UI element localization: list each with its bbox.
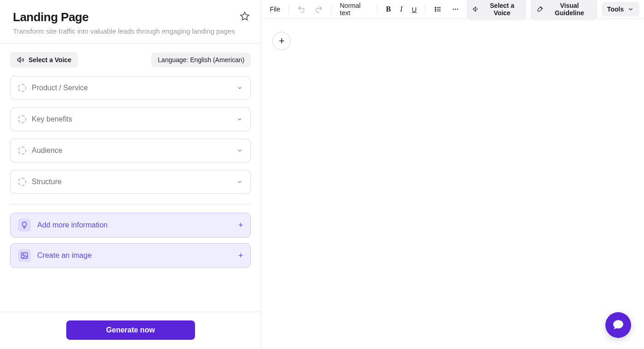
- chevron-down-icon: [236, 116, 243, 122]
- dashed-circle-icon: [18, 84, 26, 92]
- file-menu[interactable]: File: [266, 3, 284, 16]
- undo-button[interactable]: [293, 2, 309, 16]
- dashed-circle-icon: [18, 146, 26, 155]
- tools-dropdown[interactable]: Tools: [602, 2, 639, 17]
- plus-icon: +: [238, 221, 243, 230]
- image-icon: [18, 249, 31, 262]
- guideline-label: Visual Guideline: [547, 2, 592, 17]
- brush-icon: [536, 5, 544, 13]
- language-pill[interactable]: Language: English (American): [151, 52, 251, 67]
- config-panel: Landing Page Transform site traffic into…: [0, 0, 261, 349]
- svg-point-3: [435, 7, 436, 8]
- italic-button[interactable]: I: [397, 2, 406, 16]
- select-voice-button[interactable]: Select a Voice: [10, 52, 78, 68]
- field-label: Product / Service: [32, 84, 88, 92]
- chevron-down-icon: [236, 179, 243, 185]
- separator: [377, 4, 378, 14]
- separator: [425, 4, 426, 14]
- addon-label: Add more information: [37, 221, 108, 229]
- field-audience[interactable]: Audience: [10, 139, 251, 163]
- list-icon: [434, 5, 442, 13]
- more-icon: [451, 5, 460, 13]
- generate-button[interactable]: Generate now: [66, 320, 195, 340]
- field-label: Key benefits: [32, 115, 72, 123]
- redo-button[interactable]: [311, 2, 327, 16]
- field-structure[interactable]: Structure: [10, 170, 251, 194]
- lightbulb-icon: [18, 219, 31, 232]
- separator: [288, 4, 289, 14]
- separator: [331, 4, 332, 14]
- field-label: Structure: [32, 178, 62, 186]
- field-label: Audience: [32, 146, 63, 155]
- svg-marker-0: [241, 12, 249, 20]
- text-style-dropdown[interactable]: Normal text: [336, 0, 373, 19]
- italic-icon: I: [400, 5, 402, 13]
- redo-icon: [315, 5, 323, 13]
- chevron-down-icon: [236, 85, 243, 91]
- file-label: File: [270, 6, 280, 13]
- editor-canvas[interactable]: +: [261, 19, 644, 349]
- svg-point-9: [453, 9, 454, 10]
- field-key-benefits[interactable]: Key benefits: [10, 107, 251, 131]
- editor-panel: File Normal text B I U: [261, 0, 644, 349]
- bold-button[interactable]: B: [382, 2, 395, 16]
- select-voice-label: Select a Voice: [29, 56, 71, 64]
- chat-icon: [612, 319, 624, 332]
- page-title: Landing Page: [13, 10, 88, 24]
- language-label: Language: English (American): [158, 56, 244, 64]
- underline-icon: U: [412, 6, 417, 13]
- list-button[interactable]: [430, 2, 446, 16]
- dashed-circle-icon: [18, 178, 26, 186]
- plus-icon: +: [279, 35, 285, 47]
- dashed-circle-icon: [18, 115, 26, 123]
- svg-rect-1: [21, 253, 28, 258]
- add-block-button[interactable]: +: [272, 32, 291, 50]
- svg-point-2: [23, 254, 24, 256]
- star-icon[interactable]: [240, 11, 250, 21]
- addon-label: Create an image: [37, 251, 92, 260]
- undo-icon: [297, 5, 305, 13]
- underline-button[interactable]: U: [408, 3, 420, 16]
- tools-label: Tools: [607, 6, 624, 13]
- config-footer: Generate now: [0, 312, 261, 349]
- config-header: Landing Page Transform site traffic into…: [0, 0, 261, 44]
- bold-icon: B: [386, 5, 391, 13]
- svg-point-10: [455, 9, 456, 10]
- config-body: Select a Voice Language: English (Americ…: [0, 44, 261, 312]
- editor-toolbar: File Normal text B I U: [261, 0, 644, 19]
- svg-point-11: [457, 9, 458, 10]
- chevron-down-icon: [627, 6, 634, 12]
- megaphone-icon: [472, 5, 480, 13]
- chevron-down-icon: [236, 147, 243, 154]
- megaphone-icon: [17, 56, 25, 64]
- add-more-info-button[interactable]: Add more information +: [10, 213, 251, 238]
- svg-point-5: [435, 9, 436, 10]
- field-product-service[interactable]: Product / Service: [10, 76, 251, 100]
- svg-point-7: [435, 11, 436, 12]
- toolbar-voice-label: Select a Voice: [483, 2, 521, 17]
- toolbar-select-voice-button[interactable]: Select a Voice: [467, 0, 527, 20]
- more-button[interactable]: [448, 2, 463, 16]
- chat-fab[interactable]: [605, 312, 631, 338]
- visual-guideline-button[interactable]: Visual Guideline: [531, 0, 597, 20]
- separator: [10, 204, 251, 204]
- page-subtitle: Transform site traffic into valuable lea…: [13, 27, 250, 35]
- create-image-button[interactable]: Create an image +: [10, 243, 251, 268]
- plus-icon: +: [238, 251, 243, 261]
- text-style-label: Normal text: [340, 2, 369, 17]
